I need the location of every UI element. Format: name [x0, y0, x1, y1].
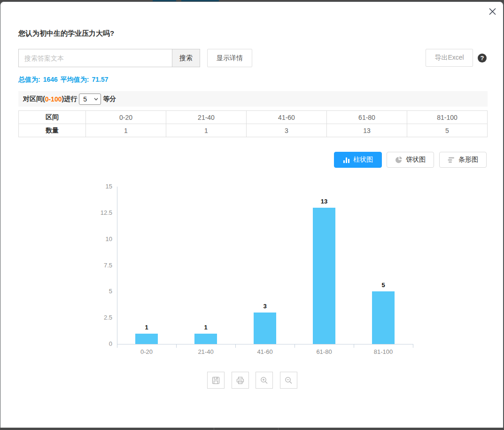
table-cell: 81-100 [407, 111, 488, 124]
table-cell: 1 [86, 124, 166, 137]
table-cell: 0-20 [86, 111, 166, 124]
total-value: 1646 [43, 76, 58, 83]
row-header-count: 数量 [19, 124, 86, 137]
page-background: 您认为初中生的学业压力大吗? 搜索 显示详情 导出Excel ? 总值为:164… [0, 0, 504, 430]
print-chart-button[interactable] [232, 372, 249, 389]
search-button[interactable]: 搜索 [172, 49, 200, 67]
zoom-out-icon [285, 376, 293, 384]
row-header-interval: 区间 [19, 111, 86, 124]
x-axis-category-label: 21-40 [176, 348, 235, 355]
chevron-down-icon [94, 98, 98, 101]
background-divider [214, 428, 214, 430]
interval-control-bar: 对区间(0-100)进行 5 等分 [18, 91, 488, 107]
x-axis-tick [354, 344, 354, 348]
zoom-in-icon [260, 376, 268, 384]
bar-value-label: 1 [117, 324, 176, 331]
print-icon [236, 376, 244, 384]
bar [135, 334, 158, 344]
table-row: 区间 0-20 21-40 41-60 61-80 81-100 [19, 111, 488, 124]
x-axis-category-label: 0-20 [117, 348, 176, 355]
x-axis-tick [295, 344, 295, 348]
help-icon[interactable]: ? [478, 54, 487, 63]
y-axis-tick-label: 0 [91, 340, 112, 347]
segments-select-value: 5 [83, 95, 87, 103]
horizontal-bar-chart-icon [448, 156, 455, 164]
x-axis-category-label: 41-60 [235, 348, 295, 355]
save-chart-button[interactable] [207, 372, 225, 389]
x-axis-tick [176, 344, 177, 348]
y-axis-tick-label: 5 [91, 288, 112, 295]
bar [194, 334, 217, 344]
y-axis-tick-label: 10 [91, 235, 112, 242]
table-cell: 3 [247, 124, 327, 137]
table-row: 数量 1 1 3 13 5 [19, 124, 488, 137]
average-value: 71.57 [92, 76, 109, 83]
tab-horizontal-bar-chart[interactable]: 条形图 [439, 152, 487, 168]
close-icon[interactable] [487, 6, 497, 16]
zoom-out-chart-button[interactable] [280, 372, 297, 389]
interval-text-after: 等分 [103, 95, 116, 103]
interval-range: 0-100 [45, 95, 62, 103]
bar-value-label: 1 [176, 324, 235, 331]
bar [254, 313, 276, 344]
interval-text-before: 对区间( [23, 95, 45, 103]
tab-label: 饼状图 [406, 156, 426, 164]
table-cell: 1 [166, 124, 247, 137]
bar [313, 208, 335, 344]
question-title: 您认为初中生的学业压力大吗? [18, 29, 114, 38]
bar [372, 291, 395, 344]
save-icon [212, 376, 220, 384]
export-excel-button[interactable]: 导出Excel [426, 49, 473, 67]
column-chart-icon [343, 156, 350, 164]
x-axis-line [117, 344, 413, 344]
segments-select[interactable]: 5 [79, 94, 101, 105]
tab-label: 柱状图 [353, 156, 373, 164]
tab-label: 条形图 [458, 156, 478, 164]
x-axis-tick [235, 344, 236, 348]
tab-column-chart[interactable]: 柱状图 [334, 152, 382, 168]
y-axis-tick-label: 2.5 [91, 314, 112, 321]
x-axis-category-label: 61-80 [295, 348, 354, 355]
table-cell: 21-40 [166, 111, 247, 124]
bar-value-label: 5 [354, 281, 413, 289]
background-divider [278, 428, 279, 430]
interval-text-middle: )进行 [62, 95, 77, 103]
y-axis-tick-label: 12.5 [91, 209, 112, 216]
table-cell: 5 [407, 124, 488, 137]
x-axis-tick [413, 344, 413, 348]
interval-table: 区间 0-20 21-40 41-60 61-80 81-100 数量 1 1 … [18, 110, 488, 137]
table-cell: 13 [327, 124, 407, 137]
search-input[interactable] [18, 49, 172, 67]
table-cell: 61-80 [327, 111, 407, 124]
y-axis-tick-label: 15 [91, 183, 112, 190]
bar-value-label: 3 [235, 303, 295, 310]
total-label: 总值为: [18, 76, 40, 83]
show-details-button[interactable]: 显示详情 [207, 49, 252, 67]
stats-line: 总值为:1646平均值为:71.57 [18, 76, 111, 84]
x-axis-tick [117, 344, 117, 348]
bar-value-label: 13 [295, 198, 354, 205]
zoom-in-chart-button[interactable] [256, 372, 273, 389]
y-axis-tick-label: 7.5 [91, 262, 112, 269]
average-label: 平均值为: [61, 76, 89, 83]
pie-chart-icon [395, 156, 403, 164]
tab-pie-chart[interactable]: 饼状图 [387, 152, 434, 168]
x-axis-category-label: 81-100 [354, 348, 413, 355]
table-cell: 41-60 [247, 111, 327, 124]
question-stats-dialog: 您认为初中生的学业压力大吗? 搜索 显示详情 导出Excel ? 总值为:164… [0, 1, 504, 428]
